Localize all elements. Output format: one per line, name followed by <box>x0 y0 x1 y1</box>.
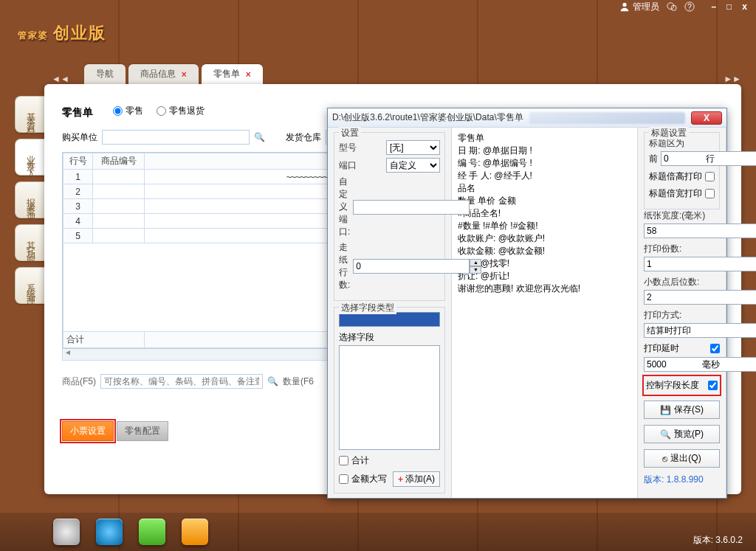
taskbar-app-3[interactable] <box>139 519 165 545</box>
app-logo: 管家婆创业版 <box>18 16 106 44</box>
maximize-button[interactable]: □ <box>726 1 732 12</box>
sum-checkbox[interactable] <box>339 456 348 465</box>
save-icon: 💾 <box>660 405 671 415</box>
col-code: 商品编号 <box>93 153 145 170</box>
dialog-path: D:\创业版3.6.2\route1\管家婆创业版\Data\零售单 <box>332 111 523 124</box>
sidenav-basic-data[interactable]: 基本资料 <box>15 96 44 133</box>
double-height-checkbox[interactable] <box>705 172 715 181</box>
sidenav-other[interactable]: 其它功能 <box>15 224 44 261</box>
side-nav: 基本资料 业务录入 报表查询 其它功能 系统管理 <box>15 96 44 304</box>
decimals-spinner[interactable]: ▲▼ <box>644 290 720 305</box>
taskbar-app-1[interactable] <box>53 519 80 545</box>
field-listbox[interactable] <box>339 345 440 450</box>
buyer-label: 购买单位 <box>62 131 97 144</box>
radio-retail[interactable]: 零售 <box>113 105 143 117</box>
retail-config-button[interactable]: 零售配置 <box>117 421 168 441</box>
tab-product-info[interactable]: 商品信息× <box>128 64 199 84</box>
product-label: 商品(F5) <box>62 375 96 388</box>
feed-lines-spinner[interactable]: ▲▼ <box>353 259 481 274</box>
svg-point-0 <box>623 3 627 7</box>
add-field-button[interactable]: +添加(A) <box>393 471 440 487</box>
port-select[interactable]: 自定义 <box>386 158 440 173</box>
title-settings-legend: 标题设置 <box>649 127 689 139</box>
receipt-settings-dialog: D:\创业版3.6.2\route1\管家婆创业版\Data\零售单 X 设置 … <box>327 108 727 499</box>
dialog-title-blur <box>529 112 685 124</box>
exit-icon: ⎋ <box>662 454 667 464</box>
page-title: 零售单 <box>62 106 93 119</box>
control-field-length-row: 控制字段长度 <box>644 376 720 395</box>
tabs-scroll-left[interactable]: ◄◄ <box>52 74 69 84</box>
radio-retail-return[interactable]: 零售退货 <box>157 105 205 117</box>
row-4[interactable]: 4 <box>63 214 93 229</box>
qty-label: 数量(F6 <box>283 375 314 388</box>
receipt-preview[interactable]: 零售单 日 期: @单据日期 ! 编 号: @单据编号 ! 经 手 人: @经手… <box>452 128 638 498</box>
print-mode-select[interactable]: ▲▼ <box>644 323 720 338</box>
row-2[interactable]: 2 <box>63 184 93 199</box>
double-width-checkbox[interactable] <box>705 189 715 198</box>
tab-close-icon[interactable]: × <box>182 69 187 80</box>
field-type-select[interactable] <box>339 312 440 327</box>
preview-button[interactable]: 🔍预览(P) <box>644 425 720 443</box>
taskbar: 版本: 3.6.0.2 <box>0 513 756 551</box>
tab-retail-order[interactable]: 零售单× <box>202 64 263 84</box>
svg-point-1 <box>667 3 674 10</box>
model-select[interactable]: [无] <box>386 140 440 155</box>
field-type-legend: 选择字段类型 <box>339 302 396 314</box>
app-version: 版本: 3.6.0.2 <box>693 534 743 547</box>
paper-width-spinner[interactable]: ▲▼ <box>644 223 720 238</box>
title-bar: 管理员 ? – □ x <box>0 0 756 13</box>
col-rownum: 行号 <box>63 153 93 170</box>
product-search-input[interactable] <box>100 374 263 389</box>
copies-spinner[interactable]: ▲▼ <box>644 257 720 271</box>
search-icon[interactable]: 🔍 <box>267 376 278 387</box>
dialog-version: 版本: 1.8.8.990 <box>644 474 720 486</box>
receipt-settings-button[interactable]: 小票设置 <box>62 421 114 441</box>
plus-icon: + <box>398 474 403 485</box>
field-select-label: 选择字段 <box>339 331 440 344</box>
uppercase-checkbox[interactable] <box>339 474 348 484</box>
minimize-button[interactable]: – <box>711 1 716 12</box>
tab-strip: ◄◄ 导航 商品信息× 零售单× ►► <box>52 65 741 84</box>
svg-text:?: ? <box>687 2 692 11</box>
close-button[interactable]: x <box>742 1 747 12</box>
sidenav-business-entry[interactable]: 业务录入 <box>15 139 44 176</box>
save-button[interactable]: 💾保存(S) <box>644 401 720 419</box>
preview-icon: 🔍 <box>660 429 671 440</box>
search-icon[interactable]: 🔍 <box>254 132 265 142</box>
user-label: 管理员 <box>633 1 659 13</box>
row-3[interactable]: 3 <box>63 199 93 214</box>
row-5[interactable]: 5 <box>63 229 93 243</box>
taskbar-app-4[interactable] <box>182 519 208 545</box>
ship-warehouse-label: 发货仓库 <box>286 131 321 144</box>
dialog-title-bar[interactable]: D:\创业版3.6.2\route1\管家婆创业版\Data\零售单 X <box>328 108 726 128</box>
tab-nav[interactable]: 导航 <box>84 64 126 84</box>
row-1[interactable]: 1 <box>63 170 93 184</box>
delay-spinner[interactable]: ▲▼ <box>644 357 699 372</box>
sidenav-report-query[interactable]: 报表查询 <box>15 181 44 218</box>
sum-label: 合计 <box>63 332 145 348</box>
custom-port-input[interactable] <box>353 200 470 215</box>
control-field-length-checkbox[interactable] <box>708 381 718 390</box>
user-icon <box>619 1 630 12</box>
dialog-close-button[interactable]: X <box>691 111 722 125</box>
settings-group-legend: 设置 <box>339 127 361 139</box>
exit-button[interactable]: ⎋退出(Q) <box>644 449 720 468</box>
wechat-icon[interactable] <box>667 1 677 12</box>
current-user[interactable]: 管理员 <box>619 1 659 13</box>
print-delay-checkbox[interactable] <box>710 344 720 353</box>
sidenav-system[interactable]: 系统管理 <box>15 267 44 304</box>
title-lines-spinner[interactable]: ▲▼ <box>661 151 703 166</box>
taskbar-app-2[interactable] <box>96 519 123 545</box>
tabs-scroll-right[interactable]: ►► <box>724 74 741 84</box>
buyer-input[interactable] <box>102 130 250 145</box>
tab-close-icon[interactable]: × <box>246 69 251 80</box>
help-icon[interactable]: ? <box>684 1 695 12</box>
